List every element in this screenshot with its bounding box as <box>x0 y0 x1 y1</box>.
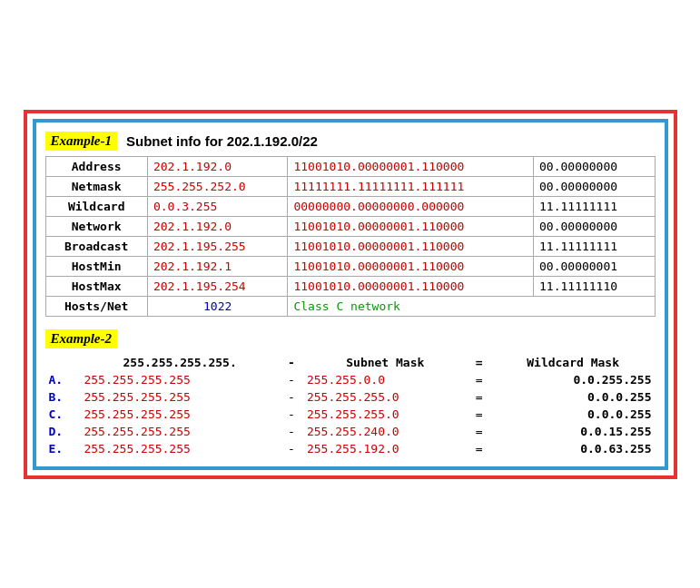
row-bin1: 11001010.00000001.110000 <box>288 216 534 236</box>
row-bin1: 11001010.00000001.110000 <box>288 156 534 176</box>
row-bin2: 00.00000001 <box>534 256 656 276</box>
row-bin2: 11.11111111 <box>534 196 656 216</box>
row-bin2: 00.00000000 <box>534 176 656 196</box>
wt-wildcard-header: Wildcard Mask <box>491 354 656 371</box>
row-bin1: 11001010.00000001.110000 <box>288 256 534 276</box>
row-label: Network <box>45 216 147 236</box>
wt-letter: A. <box>45 371 81 388</box>
row-ip: 202.1.195.255 <box>147 236 288 256</box>
subnet-row: Netmask 255.255.252.0 11111111.11111111.… <box>45 176 655 196</box>
wt-subnet-val: 255.255.192.0 <box>303 440 468 457</box>
row-ip: 202.1.195.254 <box>147 276 288 296</box>
wt-subnet-val: 255.255.255.0 <box>303 388 468 406</box>
wt-equals-val: = <box>468 440 491 457</box>
subnet-row: Hosts/Net 1022 Class C network <box>45 296 655 316</box>
row-label: HostMin <box>45 256 147 276</box>
wildcard-header-row: 255.255.255.255. - Subnet Mask = Wildcar… <box>45 354 656 371</box>
example1-label: Example-1 <box>45 132 118 151</box>
example1-header: Example-1 Subnet info for 202.1.192.0/22 <box>45 132 656 151</box>
row-bin1: 11001010.00000001.110000 <box>288 236 534 256</box>
wt-equals-val: = <box>468 423 491 440</box>
example2-section: Example-2 255.255.255.255. - Subnet Mask… <box>45 329 656 457</box>
row-bin1: 11001010.00000001.110000 <box>288 276 534 296</box>
row-bin1: 11111111.11111111.111111 <box>288 176 534 196</box>
wt-wildcard-val: 0.0.0.255 <box>491 388 656 406</box>
wt-ip-header: 255.255.255.255. <box>80 354 279 371</box>
row-label: Netmask <box>45 176 147 196</box>
wt-equals-val: = <box>468 371 491 388</box>
wt-letter-header <box>45 354 81 371</box>
row-bin1: 00000000.00000000.000000 <box>288 196 534 216</box>
subnet-row: Broadcast 202.1.195.255 11001010.0000000… <box>45 236 655 256</box>
row-bin2: 00.00000000 <box>534 156 656 176</box>
example1-title: Subnet info for 202.1.192.0/22 <box>126 133 318 149</box>
subnet-row: HostMax 202.1.195.254 11001010.00000001.… <box>45 276 655 296</box>
wt-letter: E. <box>45 440 81 457</box>
wildcard-row: A. 255.255.255.255 - 255.255.0.0 = 0.0.2… <box>45 371 656 388</box>
row-label: Hosts/Net <box>45 296 147 316</box>
subnet-row: Address 202.1.192.0 11001010.00000001.11… <box>45 156 655 176</box>
wt-minus-val: - <box>280 423 303 440</box>
row-ip: 202.1.192.1 <box>147 256 288 276</box>
wt-minus-val: - <box>280 388 303 406</box>
wildcard-row: D. 255.255.255.255 - 255.255.240.0 = 0.0… <box>45 423 656 440</box>
wt-subnet-header: Subnet Mask <box>303 354 468 371</box>
wt-ip-val: 255.255.255.255 <box>80 406 279 423</box>
wt-letter: C. <box>45 406 81 423</box>
row-label: Address <box>45 156 147 176</box>
wt-equals-header: = <box>468 354 491 371</box>
example2-header-row: Example-2 <box>45 329 656 348</box>
subnet-table: Address 202.1.192.0 11001010.00000001.11… <box>45 156 656 317</box>
wt-wildcard-val: 0.0.15.255 <box>491 423 656 440</box>
row-bin2: 11.11111111 <box>534 236 656 256</box>
subnet-row: Network 202.1.192.0 11001010.00000001.11… <box>45 216 655 236</box>
wt-letter: D. <box>45 423 81 440</box>
wt-equals-val: = <box>468 406 491 423</box>
subnet-row: HostMin 202.1.192.1 11001010.00000001.11… <box>45 256 655 276</box>
example2-label: Example-2 <box>45 329 118 348</box>
wt-letter: B. <box>45 388 81 406</box>
row-label: Wildcard <box>45 196 147 216</box>
row-ip: 202.1.192.0 <box>147 156 288 176</box>
wt-minus-val: - <box>280 406 303 423</box>
wt-minus-header: - <box>280 354 303 371</box>
wt-subnet-val: 255.255.0.0 <box>303 371 468 388</box>
row-ip: 0.0.3.255 <box>147 196 288 216</box>
row-count: 1022 <box>147 296 288 316</box>
wt-minus-val: - <box>280 440 303 457</box>
outer-border: Example-1 Subnet info for 202.1.192.0/22… <box>24 110 677 479</box>
wt-ip-val: 255.255.255.255 <box>80 388 279 406</box>
wt-ip-val: 255.255.255.255 <box>80 440 279 457</box>
wt-ip-val: 255.255.255.255 <box>80 371 279 388</box>
row-note: Class C network <box>288 296 655 316</box>
inner-border: Example-1 Subnet info for 202.1.192.0/22… <box>33 119 668 470</box>
row-label: HostMax <box>45 276 147 296</box>
wt-wildcard-val: 0.0.0.255 <box>491 406 656 423</box>
wt-subnet-val: 255.255.255.0 <box>303 406 468 423</box>
wt-wildcard-val: 0.0.255.255 <box>491 371 656 388</box>
wt-wildcard-val: 0.0.63.255 <box>491 440 656 457</box>
wt-equals-val: = <box>468 388 491 406</box>
wildcard-row: E. 255.255.255.255 - 255.255.192.0 = 0.0… <box>45 440 656 457</box>
row-ip: 202.1.192.0 <box>147 216 288 236</box>
row-bin2: 00.00000000 <box>534 216 656 236</box>
wt-minus-val: - <box>280 371 303 388</box>
wildcard-row: B. 255.255.255.255 - 255.255.255.0 = 0.0… <box>45 388 656 406</box>
wildcard-table: 255.255.255.255. - Subnet Mask = Wildcar… <box>45 354 656 457</box>
row-ip: 255.255.252.0 <box>147 176 288 196</box>
wt-ip-val: 255.255.255.255 <box>80 423 279 440</box>
row-bin2: 11.11111110 <box>534 276 656 296</box>
row-label: Broadcast <box>45 236 147 256</box>
wt-subnet-val: 255.255.240.0 <box>303 423 468 440</box>
wildcard-row: C. 255.255.255.255 - 255.255.255.0 = 0.0… <box>45 406 656 423</box>
subnet-row: Wildcard 0.0.3.255 00000000.00000000.000… <box>45 196 655 216</box>
